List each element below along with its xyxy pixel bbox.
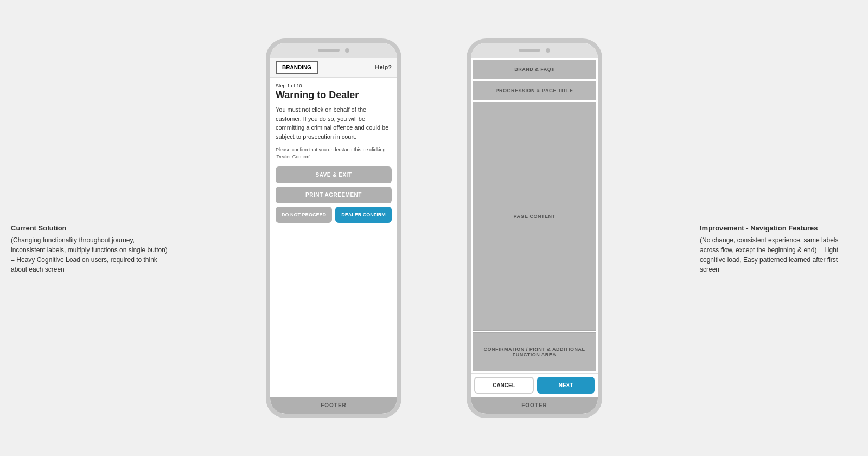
- cancel-button[interactable]: CANCEL: [474, 377, 534, 394]
- annotation-left-text: (Changing functionality throughout journ…: [11, 236, 168, 273]
- phone2-sections: BRAND & FAQs PROGRESSION & PAGE TITLE PA…: [471, 58, 598, 373]
- do-not-proceed-button[interactable]: DO NOT PROCEED: [276, 207, 332, 223]
- step-label: Step 1 of 10: [276, 83, 392, 88]
- phones-wrapper: BRANDING Help? Step 1 of 10 Warning to D…: [266, 38, 602, 418]
- annotation-right-title: Improvement - Navigation Features: [700, 223, 857, 234]
- phone2-footer: FOOTER: [471, 397, 598, 414]
- next-button[interactable]: NEXT: [537, 377, 595, 394]
- warning-confirm: Please confirm that you understand this …: [276, 146, 392, 160]
- annotation-right-text: (No change, consistent experience, same …: [700, 236, 838, 273]
- warning-body: You must not click on behalf of the cust…: [276, 105, 392, 141]
- annotation-right: Improvement - Navigation Features (No ch…: [700, 223, 857, 275]
- progression-block: PROGRESSION & PAGE TITLE: [473, 81, 596, 100]
- help-label: Help?: [375, 64, 392, 70]
- phone1-footer: FOOTER: [270, 397, 397, 414]
- save-exit-button[interactable]: SAVE & EXIT: [276, 166, 392, 183]
- brand-faqs-block: BRAND & FAQs: [473, 60, 596, 79]
- phone1-speaker: [318, 49, 340, 52]
- branding-button[interactable]: BRANDING: [276, 61, 318, 74]
- warning-title: Warning to Dealer: [276, 89, 392, 101]
- phone2-speaker: [519, 49, 540, 52]
- phone1-content: BRANDING Help? Step 1 of 10 Warning to D…: [270, 58, 397, 414]
- phone2-content: BRAND & FAQs PROGRESSION & PAGE TITLE PA…: [471, 58, 598, 414]
- phone1-header: BRANDING Help?: [270, 58, 397, 78]
- phone2-nav: CANCEL NEXT: [471, 373, 598, 397]
- phone1-frame: BRANDING Help? Step 1 of 10 Warning to D…: [266, 38, 401, 418]
- phone2-camera: [546, 48, 550, 53]
- phone2-frame: BRAND & FAQs PROGRESSION & PAGE TITLE PA…: [467, 38, 602, 418]
- phone1-top-bar: [270, 43, 397, 58]
- bottom-btn-row: DO NOT PROCEED DEALER CONFIRM: [276, 207, 392, 223]
- phone1-body: Step 1 of 10 Warning to Dealer You must …: [270, 78, 397, 397]
- phone1-camera: [345, 48, 349, 53]
- page-content-block: PAGE CONTENT: [473, 102, 596, 331]
- confirm-area-block: CONFIRMATION / PRINT & ADDITIONAL FUNCTI…: [473, 332, 596, 371]
- print-agreement-button[interactable]: PRINT AGREEMENT: [276, 187, 392, 203]
- annotation-left: Current Solution (Changing functionality…: [11, 223, 168, 275]
- phone2-top-bar: [471, 43, 598, 58]
- dealer-confirm-button[interactable]: DEALER CONFIRM: [335, 207, 392, 223]
- annotation-left-title: Current Solution: [11, 223, 168, 234]
- phone1-buttons: SAVE & EXIT PRINT AGREEMENT DO NOT PROCE…: [276, 166, 392, 223]
- main-container: Current Solution (Changing functionality…: [0, 0, 868, 456]
